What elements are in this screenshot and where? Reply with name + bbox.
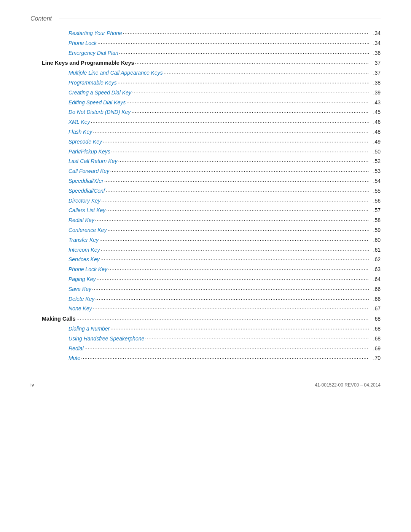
toc-link[interactable]: Do Not Disturb (DND) Key [68,109,131,115]
toc-label[interactable]: Flash Key [68,128,92,137]
toc-link[interactable]: XML Key [68,119,90,125]
toc-page-number: .67 [369,304,381,313]
toc-link[interactable]: Using Handsfree Speakerphone [68,335,144,342]
toc-label[interactable]: Paging Key [68,275,96,284]
toc-dots: ········································… [92,128,369,137]
toc-page-number: .55 [369,187,381,196]
toc-label[interactable]: Restarting Your Phone [68,29,122,38]
toc-link[interactable]: Redial [68,345,84,351]
toc-dots: ········································… [163,69,369,78]
header-divider [59,19,381,19]
toc-label: Line Keys and Programmable Keys [42,58,134,68]
toc-label[interactable]: Multiple Line and Call Appearance Keys [68,69,163,78]
toc-label[interactable]: XML Key [68,118,90,127]
toc-link[interactable]: Conference Key [68,227,107,233]
toc-label[interactable]: Creating a Speed Dial Key [68,88,131,97]
toc-link[interactable]: Restarting Your Phone [68,30,122,36]
toc-link[interactable]: Redial Key [68,217,94,223]
toc-label[interactable]: Redial Key [68,216,94,225]
toc-label[interactable]: Editing Speed Dial Keys [68,98,126,107]
toc-label[interactable]: Save Key [68,285,91,294]
toc-label[interactable]: Do Not Disturb (DND) Key [68,108,131,117]
toc-link[interactable]: Park/Pickup Keys [68,149,110,155]
toc-label[interactable]: Dialing a Number [68,324,110,334]
toc-link[interactable]: Callers List Key [68,207,105,213]
toc-entry: Dialing a Number ·······················… [30,324,381,334]
toc-link[interactable]: Phone Lock Key [68,266,107,272]
toc-page-number: .68 [369,324,381,334]
toc-link[interactable]: Phone Lock [68,40,97,46]
toc-link[interactable]: Creating a Speed Dial Key [68,89,131,96]
toc-label[interactable]: Last Call Return Key [68,157,117,166]
toc-entry: Making Calls ···························… [30,314,381,324]
toc-label[interactable]: Transfer Key [68,236,99,245]
toc-link[interactable]: Sprecode Key [68,139,102,145]
toc-entry: Save Key ·······························… [30,285,381,294]
toc-label[interactable]: Call Forward Key [68,167,109,176]
toc-dots: ········································… [109,167,369,176]
toc-label[interactable]: Intercom Key [68,246,100,255]
toc-page-number: .49 [369,137,381,147]
toc-link[interactable]: Speeddial/Conf [68,188,105,194]
toc-link[interactable]: Editing Speed Dial Keys [68,99,126,105]
toc-link[interactable]: Call Forward Key [68,168,109,174]
toc-link[interactable]: Intercom Key [68,247,100,253]
toc-label[interactable]: Programmable Keys [68,78,117,88]
toc-label[interactable]: Park/Pickup Keys [68,147,110,157]
toc-label[interactable]: Phone Lock Key [68,265,107,274]
toc-link[interactable]: None Key [68,305,92,312]
toc-label[interactable]: Phone Lock [68,39,97,48]
toc-link[interactable]: Programmable Keys [68,80,117,86]
toc-entry: Line Keys and Programmable Keys ········… [30,58,381,68]
toc-page-number: .69 [369,344,381,353]
toc-link[interactable]: Save Key [68,286,91,292]
toc-link[interactable]: Last Call Return Key [68,158,117,164]
toc-entry: Restarting Your Phone ··················… [30,29,381,38]
toc-link[interactable]: Dialing a Number [68,326,110,332]
toc-label[interactable]: Speeddial/Xfer [68,177,104,186]
toc-label[interactable]: Callers List Key [68,206,105,215]
toc-page-number: .66 [369,285,381,294]
toc-link[interactable]: Speeddial/Xfer [68,178,104,184]
toc-label: Making Calls [42,314,76,324]
toc-link[interactable]: Emergency Dial Plan [68,50,118,56]
toc-entry: Speeddial/Xfer ·························… [30,177,381,186]
toc-label[interactable]: Mute [68,354,80,363]
toc-link[interactable]: Paging Key [68,276,96,282]
toc-label[interactable]: Directory Key [68,197,100,206]
toc-entry: Do Not Disturb (DND) Key ···············… [30,108,381,117]
toc-label[interactable]: Delete Key [68,295,94,304]
toc-page-number: .38 [369,78,381,88]
toc-label[interactable]: None Key [68,304,92,313]
toc-link[interactable]: Transfer Key [68,237,99,243]
toc-dots: ········································… [107,226,369,235]
toc-entry: Redial Key ·····························… [30,216,381,225]
toc-page-number: 37 [369,59,381,68]
toc-label[interactable]: Emergency Dial Plan [68,49,118,58]
toc-link[interactable]: Flash Key [68,129,92,135]
toc-label[interactable]: Services Key [68,255,100,264]
toc-label[interactable]: Conference Key [68,226,107,235]
header-title: Content [30,15,59,22]
toc-link[interactable]: Multiple Line and Call Appearance Keys [68,70,163,76]
toc-link[interactable]: Services Key [68,256,100,262]
toc-label[interactable]: Sprecode Key [68,137,102,147]
toc-link[interactable]: Mute [68,355,80,361]
toc-label[interactable]: Using Handsfree Speakerphone [68,334,144,343]
toc-entry: Mute ···································… [30,354,381,363]
toc-dots: ········································… [94,216,369,225]
footer-page-number: iv [30,382,34,388]
toc-link[interactable]: Directory Key [68,198,100,204]
page-footer: iv 41-001522-00 REV00 – 04.2014 [30,378,381,388]
toc-page-number: .57 [369,206,381,215]
toc-link[interactable]: Delete Key [68,296,94,302]
toc-label[interactable]: Redial [68,344,84,353]
toc-page-number: .46 [369,118,381,127]
toc-page-number: .37 [369,69,381,78]
toc-dots: ········································… [110,147,369,157]
toc-dots: ········································… [100,255,369,264]
toc-label[interactable]: Speeddial/Conf [68,187,105,196]
toc-dots: ········································… [126,98,369,107]
toc-dots: ········································… [97,39,369,48]
toc-entry: Delete Key ·····························… [30,295,381,304]
